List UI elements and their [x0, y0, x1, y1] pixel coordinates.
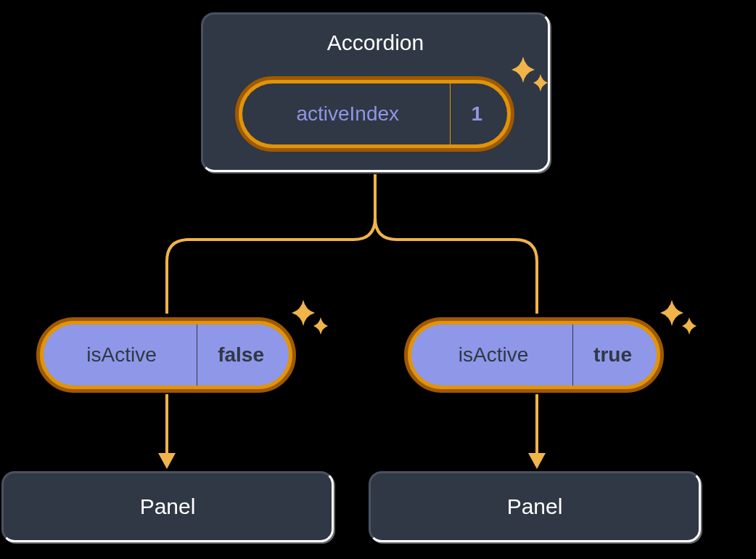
- sparkle-icon: [510, 57, 554, 100]
- pill-inner: isActive true: [411, 325, 657, 385]
- sparkle-icon: [659, 300, 702, 343]
- prop-name: isActive: [411, 325, 572, 385]
- child-prop-pill-right: isActive true: [404, 317, 664, 393]
- panel-label: Panel: [140, 494, 196, 519]
- prop-value: true: [572, 325, 657, 385]
- svg-marker-3: [528, 453, 546, 469]
- parent-state-pill: activeIndex 1: [235, 76, 514, 152]
- prop-name: isActive: [44, 325, 197, 385]
- prop-value: false: [197, 325, 289, 385]
- panel-box-left: Panel: [1, 471, 334, 542]
- pill-inner: activeIndex 1: [242, 83, 507, 144]
- pill-inner: isActive false: [44, 325, 289, 385]
- state-value: 1: [450, 83, 507, 144]
- state-name: activeIndex: [242, 83, 450, 144]
- sparkle-icon: [290, 300, 334, 343]
- panel-box-right: Panel: [369, 471, 701, 542]
- panel-label: Panel: [507, 494, 563, 519]
- accordion-title: Accordion: [203, 30, 548, 55]
- child-prop-pill-left: isActive false: [36, 317, 296, 393]
- svg-marker-1: [158, 453, 176, 469]
